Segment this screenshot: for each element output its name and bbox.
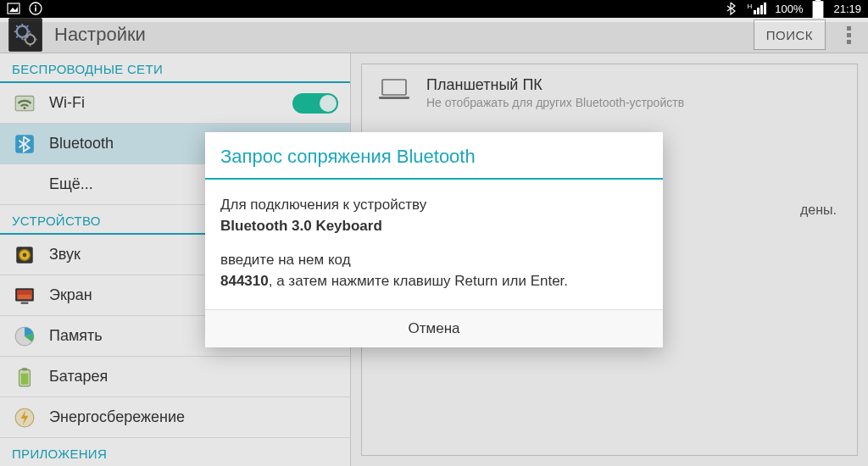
clock: 21:19: [833, 3, 861, 15]
bluetooth-pairing-dialog: Запрос сопряжения Bluetooth Для подключе…: [205, 132, 663, 347]
dialog-title: Запрос сопряжения Bluetooth: [205, 132, 663, 178]
modal-scrim: Запрос сопряжения Bluetooth Для подключе…: [0, 22, 868, 466]
info-icon: [29, 2, 42, 15]
network-type-label: H: [747, 3, 752, 10]
svg-rect-5: [813, 1, 824, 19]
bluetooth-status-icon: [725, 2, 738, 15]
status-bar: H 100% 21:19: [0, 0, 868, 18]
dialog-body: Для подключения к устройству Bluetooth 3…: [205, 180, 663, 309]
svg-rect-6: [815, 0, 821, 1]
signal-icon: H: [747, 3, 766, 14]
pairing-device-name: Bluetooth 3.0 Keyboard: [220, 218, 382, 234]
picture-icon: [7, 2, 20, 15]
battery-percent: 100%: [775, 3, 803, 15]
svg-marker-1: [9, 7, 18, 12]
dialog-line2-suffix: , а затем нажмите клавишу Return или Ent…: [269, 273, 568, 289]
pairing-code: 844310: [220, 273, 269, 289]
battery-icon: [811, 2, 825, 15]
dialog-line2-prefix: введите на нем код: [220, 252, 351, 268]
svg-rect-3: [35, 8, 36, 12]
cancel-button[interactable]: Отмена: [205, 310, 663, 347]
dialog-line1-prefix: Для подключения к устройству: [220, 197, 426, 213]
svg-rect-4: [35, 5, 36, 7]
